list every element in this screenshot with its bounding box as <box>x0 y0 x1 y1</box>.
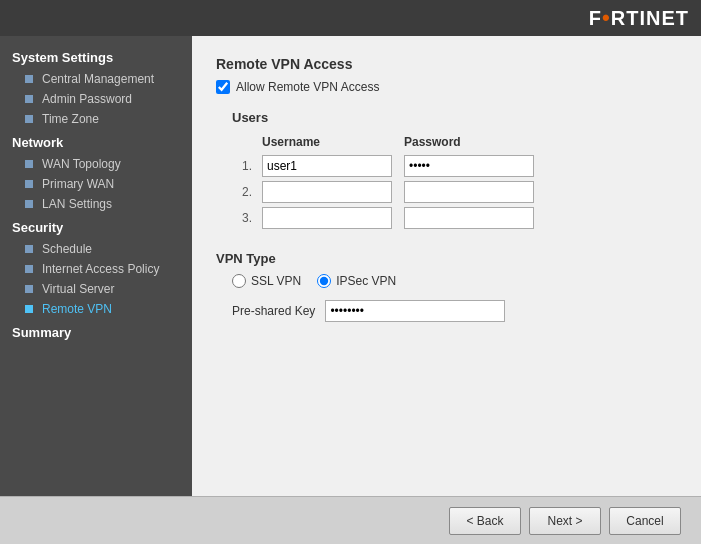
ipsec-vpn-radio[interactable] <box>317 274 331 288</box>
section-network: Network <box>0 129 192 154</box>
vpn-type-title: VPN Type <box>216 251 677 266</box>
preshared-key-row: Pre-shared Key <box>232 300 677 322</box>
table-row: 1. <box>232 153 540 179</box>
content-area: Remote VPN Access Allow Remote VPN Acces… <box>192 36 701 496</box>
sidebar-item-primary-wan[interactable]: Primary WAN <box>0 174 192 194</box>
section-summary: Summary <box>0 319 192 344</box>
ssl-vpn-option[interactable]: SSL VPN <box>232 274 301 288</box>
sidebar-item-lan-settings[interactable]: LAN Settings <box>0 194 192 214</box>
bullet-icon <box>22 197 36 211</box>
sidebar-item-virtual-server[interactable]: Virtual Server <box>0 279 192 299</box>
bullet-icon <box>22 157 36 171</box>
sidebar: System Settings Central Management Admin… <box>0 36 192 496</box>
bullet-icon <box>22 177 36 191</box>
fortinet-logo: F•RTINET <box>589 5 689 31</box>
password-cell-2 <box>398 179 540 205</box>
preshared-key-input[interactable] <box>325 300 505 322</box>
sidebar-item-wan-topology[interactable]: WAN Topology <box>0 154 192 174</box>
col-username: Username <box>256 133 398 153</box>
cancel-button[interactable]: Cancel <box>609 507 681 535</box>
preshared-key-label: Pre-shared Key <box>232 304 315 318</box>
row-num-2: 2. <box>232 179 256 205</box>
next-button[interactable]: Next > <box>529 507 601 535</box>
username-cell-2 <box>256 179 398 205</box>
vpn-type-options: SSL VPN IPSec VPN <box>232 274 677 288</box>
username-cell-1 <box>256 153 398 179</box>
password-input-2[interactable] <box>404 181 534 203</box>
table-row: 3. <box>232 205 540 231</box>
footer: < Back Next > Cancel <box>0 496 701 544</box>
bullet-icon <box>22 242 36 256</box>
bullet-icon <box>22 262 36 276</box>
ssl-vpn-radio[interactable] <box>232 274 246 288</box>
username-input-3[interactable] <box>262 207 392 229</box>
sidebar-item-time-zone[interactable]: Time Zone <box>0 109 192 129</box>
main-area: System Settings Central Management Admin… <box>0 36 701 496</box>
bullet-icon <box>22 92 36 106</box>
bullet-icon <box>22 282 36 296</box>
ipsec-vpn-label: IPSec VPN <box>336 274 396 288</box>
allow-vpn-label[interactable]: Allow Remote VPN Access <box>236 80 379 94</box>
sidebar-item-admin-password[interactable]: Admin Password <box>0 89 192 109</box>
col-password: Password <box>398 133 540 153</box>
allow-vpn-row: Allow Remote VPN Access <box>216 80 677 94</box>
app-header: F•RTINET <box>0 0 701 36</box>
username-cell-3 <box>256 205 398 231</box>
bullet-icon <box>22 112 36 126</box>
users-table: Username Password 1. <box>232 133 540 231</box>
password-cell-3 <box>398 205 540 231</box>
allow-vpn-checkbox[interactable] <box>216 80 230 94</box>
password-cell-1 <box>398 153 540 179</box>
ssl-vpn-label: SSL VPN <box>251 274 301 288</box>
bullet-icon <box>22 302 36 316</box>
users-title: Users <box>232 110 677 125</box>
password-input-1[interactable] <box>404 155 534 177</box>
bullet-icon <box>22 72 36 86</box>
back-button[interactable]: < Back <box>449 507 521 535</box>
col-num <box>232 133 256 153</box>
row-num-1: 1. <box>232 153 256 179</box>
vpn-type-section: VPN Type SSL VPN IPSec VPN Pre-shared Ke… <box>216 251 677 322</box>
row-num-3: 3. <box>232 205 256 231</box>
sidebar-item-central-management[interactable]: Central Management <box>0 69 192 89</box>
username-input-1[interactable] <box>262 155 392 177</box>
username-input-2[interactable] <box>262 181 392 203</box>
sidebar-item-remote-vpn[interactable]: Remote VPN <box>0 299 192 319</box>
table-row: 2. <box>232 179 540 205</box>
sidebar-item-internet-access-policy[interactable]: Internet Access Policy <box>0 259 192 279</box>
password-input-3[interactable] <box>404 207 534 229</box>
ipsec-vpn-option[interactable]: IPSec VPN <box>317 274 396 288</box>
users-section: Users Username Password 1. <box>232 110 677 231</box>
sidebar-item-schedule[interactable]: Schedule <box>0 239 192 259</box>
section-security: Security <box>0 214 192 239</box>
section-system-settings: System Settings <box>0 44 192 69</box>
page-title: Remote VPN Access <box>216 56 677 72</box>
